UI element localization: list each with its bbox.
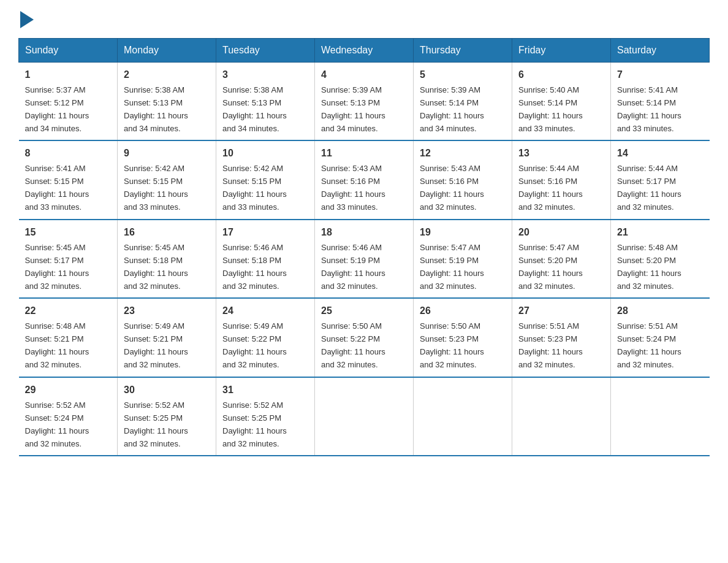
day-number: 14 [617,146,703,161]
day-number: 27 [518,304,604,319]
calendar-day-cell: 12 Sunrise: 5:43 AMSunset: 5:16 PMDaylig… [414,140,512,219]
day-info: Sunrise: 5:48 AMSunset: 5:21 PMDaylight:… [25,321,89,369]
calendar-week-row: 1 Sunrise: 5:37 AMSunset: 5:12 PMDayligh… [19,63,710,141]
day-info: Sunrise: 5:44 AMSunset: 5:16 PMDaylight:… [518,164,583,212]
day-info: Sunrise: 5:49 AMSunset: 5:21 PMDaylight:… [124,321,188,369]
day-number: 30 [124,383,210,398]
day-info: Sunrise: 5:42 AMSunset: 5:15 PMDaylight:… [222,164,287,212]
calendar-day-cell: 21 Sunrise: 5:48 AMSunset: 5:20 PMDaylig… [611,220,710,298]
day-of-week-header: Tuesday [216,39,315,63]
calendar-day-cell: 8 Sunrise: 5:41 AMSunset: 5:15 PMDayligh… [19,140,118,219]
day-number: 31 [222,383,308,398]
day-number: 4 [321,67,407,83]
day-info: Sunrise: 5:43 AMSunset: 5:16 PMDaylight:… [420,164,484,212]
logo [18,12,34,28]
calendar-table: SundayMondayTuesdayWednesdayThursdayFrid… [18,38,710,456]
day-number: 21 [617,225,703,240]
day-number: 20 [518,225,604,240]
day-info: Sunrise: 5:50 AMSunset: 5:22 PMDaylight:… [321,321,385,369]
day-info: Sunrise: 5:52 AMSunset: 5:25 PMDaylight:… [222,400,287,448]
day-number: 17 [222,225,308,240]
calendar-day-cell: 27 Sunrise: 5:51 AMSunset: 5:23 PMDaylig… [512,298,611,377]
svg-marker-0 [20,11,34,28]
calendar-day-cell [414,377,512,456]
day-info: Sunrise: 5:45 AMSunset: 5:17 PMDaylight:… [25,243,89,291]
calendar-day-cell: 5 Sunrise: 5:39 AMSunset: 5:14 PMDayligh… [414,63,512,141]
day-info: Sunrise: 5:42 AMSunset: 5:15 PMDaylight:… [124,164,188,212]
day-info: Sunrise: 5:45 AMSunset: 5:18 PMDaylight:… [124,243,188,291]
calendar-day-cell: 29 Sunrise: 5:52 AMSunset: 5:24 PMDaylig… [19,377,118,456]
day-number: 26 [420,304,506,319]
day-number: 3 [222,67,308,83]
day-of-week-header: Friday [512,39,611,63]
calendar-day-cell: 26 Sunrise: 5:50 AMSunset: 5:23 PMDaylig… [414,298,512,377]
day-info: Sunrise: 5:50 AMSunset: 5:23 PMDaylight:… [420,321,484,369]
calendar-day-cell: 2 Sunrise: 5:38 AMSunset: 5:13 PMDayligh… [118,63,216,141]
day-number: 15 [25,225,112,240]
calendar-day-cell: 22 Sunrise: 5:48 AMSunset: 5:21 PMDaylig… [19,298,118,377]
day-info: Sunrise: 5:37 AMSunset: 5:12 PMDaylight:… [25,85,89,133]
calendar-day-cell: 31 Sunrise: 5:52 AMSunset: 5:25 PMDaylig… [216,377,315,456]
day-of-week-header: Wednesday [315,39,414,63]
calendar-week-row: 8 Sunrise: 5:41 AMSunset: 5:15 PMDayligh… [19,140,710,219]
calendar-day-cell: 10 Sunrise: 5:42 AMSunset: 5:15 PMDaylig… [216,140,315,219]
calendar-day-cell: 6 Sunrise: 5:40 AMSunset: 5:14 PMDayligh… [512,63,611,141]
day-info: Sunrise: 5:40 AMSunset: 5:14 PMDaylight:… [518,85,583,133]
day-info: Sunrise: 5:52 AMSunset: 5:24 PMDaylight:… [25,400,89,448]
day-info: Sunrise: 5:38 AMSunset: 5:13 PMDaylight:… [124,85,188,133]
calendar-week-row: 22 Sunrise: 5:48 AMSunset: 5:21 PMDaylig… [19,298,710,377]
day-info: Sunrise: 5:38 AMSunset: 5:13 PMDaylight:… [222,85,287,133]
calendar-day-cell: 11 Sunrise: 5:43 AMSunset: 5:16 PMDaylig… [315,140,414,219]
calendar-day-cell: 17 Sunrise: 5:46 AMSunset: 5:18 PMDaylig… [216,220,315,298]
day-number: 28 [617,304,703,319]
calendar-day-cell: 9 Sunrise: 5:42 AMSunset: 5:15 PMDayligh… [118,140,216,219]
day-info: Sunrise: 5:48 AMSunset: 5:20 PMDaylight:… [617,243,681,291]
day-info: Sunrise: 5:52 AMSunset: 5:25 PMDaylight:… [124,400,188,448]
calendar-day-cell: 15 Sunrise: 5:45 AMSunset: 5:17 PMDaylig… [19,220,118,298]
day-info: Sunrise: 5:47 AMSunset: 5:19 PMDaylight:… [420,243,484,291]
day-number: 9 [124,146,210,161]
day-info: Sunrise: 5:46 AMSunset: 5:18 PMDaylight:… [222,243,287,291]
day-info: Sunrise: 5:44 AMSunset: 5:17 PMDaylight:… [617,164,681,212]
day-number: 18 [321,225,407,240]
day-number: 29 [25,383,112,398]
day-info: Sunrise: 5:46 AMSunset: 5:19 PMDaylight:… [321,243,385,291]
day-number: 6 [518,67,604,83]
calendar-day-cell: 3 Sunrise: 5:38 AMSunset: 5:13 PMDayligh… [216,63,315,141]
calendar-day-cell: 24 Sunrise: 5:49 AMSunset: 5:22 PMDaylig… [216,298,315,377]
day-info: Sunrise: 5:51 AMSunset: 5:24 PMDaylight:… [617,321,681,369]
day-number: 25 [321,304,407,319]
day-number: 5 [420,67,506,83]
day-info: Sunrise: 5:39 AMSunset: 5:13 PMDaylight:… [321,85,385,133]
day-info: Sunrise: 5:51 AMSunset: 5:23 PMDaylight:… [518,321,583,369]
day-number: 13 [518,146,604,161]
day-info: Sunrise: 5:43 AMSunset: 5:16 PMDaylight:… [321,164,385,212]
calendar-day-cell: 19 Sunrise: 5:47 AMSunset: 5:19 PMDaylig… [414,220,512,298]
day-info: Sunrise: 5:41 AMSunset: 5:15 PMDaylight:… [25,164,89,212]
calendar-day-cell: 14 Sunrise: 5:44 AMSunset: 5:17 PMDaylig… [611,140,710,219]
page-header [18,12,710,28]
day-number: 7 [617,67,703,83]
days-of-week-row: SundayMondayTuesdayWednesdayThursdayFrid… [19,39,710,63]
calendar-day-cell: 20 Sunrise: 5:47 AMSunset: 5:20 PMDaylig… [512,220,611,298]
day-number: 2 [124,67,210,83]
day-of-week-header: Saturday [611,39,710,63]
calendar-day-cell: 28 Sunrise: 5:51 AMSunset: 5:24 PMDaylig… [611,298,710,377]
calendar-day-cell [315,377,414,456]
day-number: 12 [420,146,506,161]
day-number: 19 [420,225,506,240]
day-of-week-header: Monday [118,39,216,63]
day-number: 16 [124,225,210,240]
calendar-day-cell: 18 Sunrise: 5:46 AMSunset: 5:19 PMDaylig… [315,220,414,298]
day-info: Sunrise: 5:49 AMSunset: 5:22 PMDaylight:… [222,321,287,369]
day-info: Sunrise: 5:47 AMSunset: 5:20 PMDaylight:… [518,243,583,291]
calendar-week-row: 29 Sunrise: 5:52 AMSunset: 5:24 PMDaylig… [19,377,710,456]
day-number: 8 [25,146,112,161]
logo-arrow-icon [20,11,34,28]
day-of-week-header: Sunday [19,39,118,63]
calendar-day-cell: 30 Sunrise: 5:52 AMSunset: 5:25 PMDaylig… [118,377,216,456]
calendar-day-cell [512,377,611,456]
calendar-week-row: 15 Sunrise: 5:45 AMSunset: 5:17 PMDaylig… [19,220,710,298]
day-number: 1 [25,67,112,83]
day-number: 23 [124,304,210,319]
